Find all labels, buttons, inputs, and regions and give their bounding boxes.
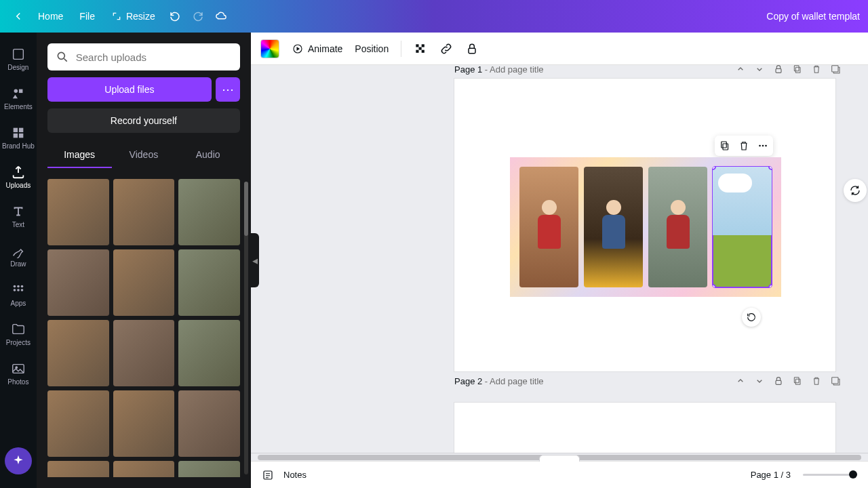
page2-label: Page 2 - Add page title	[454, 376, 544, 386]
redo-button[interactable]	[188, 6, 208, 26]
page-indicator[interactable]: Page 1 / 3	[751, 470, 791, 480]
rail-draw[interactable]: Draw	[2, 236, 35, 275]
rail-uploads[interactable]: Uploads	[2, 157, 35, 197]
upload-thumb[interactable]	[47, 249, 109, 316]
page2-header: Page 2 - Add page title	[454, 371, 841, 390]
page-add[interactable]	[830, 375, 841, 386]
upload-thumb[interactable]	[47, 320, 109, 386]
back-button[interactable]	[8, 6, 28, 26]
svg-point-11	[17, 289, 20, 291]
position-button[interactable]: Position	[355, 43, 389, 54]
page-duplicate[interactable]	[792, 65, 803, 75]
page1-canvas[interactable]	[454, 79, 835, 371]
upload-thumb[interactable]	[178, 461, 240, 477]
ai-assistant-button[interactable]	[5, 447, 32, 474]
photo-slot-1[interactable]	[519, 167, 578, 287]
search-input[interactable]	[76, 52, 232, 63]
animate-icon	[292, 43, 304, 55]
rail-apps[interactable]: Apps	[2, 275, 35, 314]
rail-design[interactable]: Design	[2, 39, 35, 79]
element-duplicate[interactable]	[719, 140, 731, 152]
page-collapse-up[interactable]	[735, 375, 746, 386]
upload-thumb[interactable]	[47, 461, 109, 477]
upload-row: Upload files ⋯	[47, 77, 240, 102]
lock-button[interactable]	[465, 42, 479, 56]
rail-projects[interactable]: Projects	[2, 314, 35, 354]
page2-title-input[interactable]: Add page title	[490, 376, 544, 386]
upload-thumb[interactable]	[178, 320, 240, 386]
tab-videos[interactable]: Videos	[112, 142, 176, 168]
photo-placeholder	[600, 200, 627, 254]
svg-rect-28	[722, 142, 727, 148]
page1-title-input[interactable]: Add page title	[490, 65, 544, 75]
upload-thumb[interactable]	[113, 390, 175, 457]
zoom-slider[interactable]	[803, 474, 857, 476]
page2-tools	[735, 375, 841, 386]
svg-rect-2	[19, 89, 22, 94]
undo-button[interactable]	[165, 6, 185, 26]
svg-rect-3	[14, 128, 18, 132]
search-field[interactable]	[47, 43, 240, 70]
upload-files-button[interactable]: Upload files	[47, 77, 212, 102]
page-duplicate[interactable]	[792, 375, 803, 386]
page-delete[interactable]	[811, 375, 822, 386]
rotate-handle[interactable]	[742, 308, 761, 327]
record-yourself-button[interactable]: Record yourself	[47, 108, 240, 133]
svg-rect-34	[794, 378, 799, 383]
top-bar: Home File Resize Copy of wallet templat	[0, 0, 868, 33]
upload-thumb[interactable]	[178, 179, 240, 245]
svg-rect-17	[416, 44, 419, 47]
svg-rect-21	[422, 49, 425, 52]
element-delete[interactable]	[738, 140, 750, 152]
zoom-thumb[interactable]	[849, 470, 857, 479]
wallet-frame[interactable]	[510, 157, 781, 297]
rail-elements[interactable]: Elements	[2, 79, 35, 118]
upload-thumb[interactable]	[47, 179, 109, 245]
element-more[interactable]	[757, 140, 769, 152]
upload-thumb[interactable]	[113, 249, 175, 316]
page2-canvas[interactable]	[454, 403, 835, 453]
panel-scrollbar-thumb[interactable]	[244, 182, 248, 236]
upload-thumb[interactable]	[113, 461, 175, 477]
regenerate-button[interactable]	[844, 179, 867, 202]
tab-images[interactable]: Images	[47, 142, 112, 168]
upload-thumb[interactable]	[113, 320, 175, 386]
cloud-sync-icon[interactable]	[211, 6, 231, 26]
selection-handle[interactable]	[768, 284, 772, 287]
notes-button[interactable]: Notes	[283, 470, 307, 480]
document-title[interactable]: Copy of wallet templat	[766, 11, 860, 22]
page-add[interactable]	[830, 65, 841, 75]
home-button[interactable]: Home	[31, 7, 70, 26]
page-lock[interactable]	[773, 375, 784, 386]
tab-audio[interactable]: Audio	[176, 142, 240, 168]
upload-thumb[interactable]	[178, 390, 240, 457]
link-button[interactable]	[439, 42, 453, 56]
panel-scrollbar[interactable]	[244, 182, 248, 474]
upload-thumb[interactable]	[178, 249, 240, 316]
page-delete[interactable]	[811, 65, 822, 75]
rail-text[interactable]: Text	[2, 197, 35, 236]
photo-slot-3[interactable]	[648, 167, 707, 287]
placeholder-ground	[713, 235, 772, 287]
animate-button[interactable]: Animate	[292, 43, 342, 55]
upload-thumb[interactable]	[47, 390, 109, 457]
photo-slot-4[interactable]	[713, 167, 772, 287]
photo-slot-2[interactable]	[584, 167, 643, 287]
file-menu[interactable]: File	[73, 7, 102, 26]
color-picker[interactable]	[260, 39, 279, 58]
upload-more-button[interactable]: ⋯	[216, 77, 240, 102]
svg-rect-27	[723, 144, 728, 150]
timeline-expand-handle[interactable]	[539, 455, 580, 462]
photo-placeholder	[665, 200, 692, 254]
svg-rect-19	[422, 44, 425, 47]
canvas-scroll[interactable]: Page 1 - Add page title	[251, 65, 868, 453]
rail-brandhub[interactable]: Brand Hub	[2, 118, 35, 157]
page-lock[interactable]	[773, 65, 784, 75]
page-collapse-up[interactable]	[735, 65, 746, 75]
rail-photos[interactable]: Photos	[2, 354, 35, 393]
page-collapse-down[interactable]	[754, 65, 765, 75]
upload-thumb[interactable]	[113, 179, 175, 245]
transparency-button[interactable]	[414, 42, 427, 56]
page-collapse-down[interactable]	[754, 375, 765, 386]
resize-button[interactable]: Resize	[104, 7, 162, 26]
